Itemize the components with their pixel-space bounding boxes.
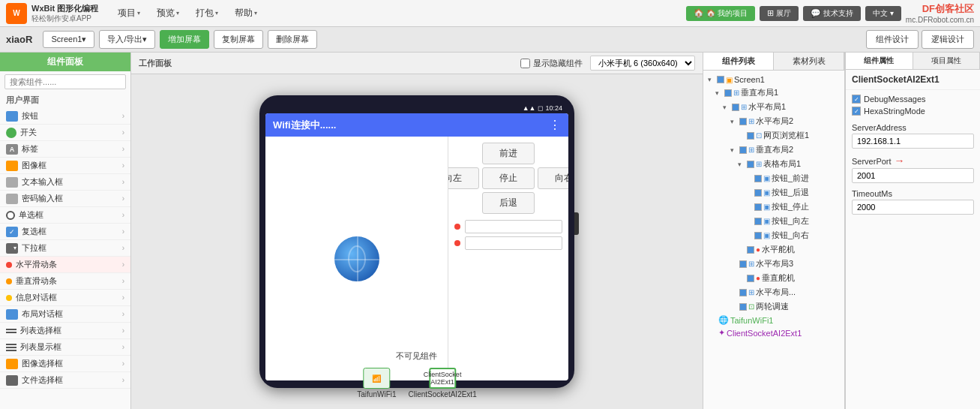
tree-checkbox[interactable]: [724, 89, 732, 97]
list-item[interactable]: ▾ 下拉框 ›: [0, 240, 130, 257]
import-export-button[interactable]: 导入/导出▾: [99, 30, 155, 49]
copy-screen-button[interactable]: 复制屏幕: [214, 30, 263, 49]
my-projects-button[interactable]: 🏠 🏠 我的项目: [686, 6, 755, 21]
tree-checkbox[interactable]: [747, 275, 754, 282]
tree-item[interactable]: ✦ ClientSocketAI2Ext1: [706, 326, 841, 339]
add-screen-button[interactable]: 增加屏幕: [160, 30, 209, 49]
tree-checkbox[interactable]: [739, 303, 747, 311]
tree-item[interactable]: ▾ ⊞ 表格布局1: [706, 157, 841, 171]
list-item[interactable]: 按钮 ›: [0, 108, 130, 125]
gallery-button[interactable]: ⊞ 展厅: [760, 6, 799, 21]
tree-item[interactable]: ▾ ⊞ 水平布局2: [706, 114, 841, 128]
delete-screen-button[interactable]: 删除屏幕: [268, 30, 317, 49]
list-item[interactable]: 信息对话框 ›: [0, 290, 130, 306]
debug-checkbox[interactable]: ✓: [852, 95, 861, 104]
list-item[interactable]: 水平滑动条 ›: [0, 257, 130, 273]
tree-item[interactable]: ▣ 按钮_向左: [706, 214, 841, 228]
socket-client-item[interactable]: ClientSocketAI2Ext1 ClientSocketAI2Ext1: [409, 368, 477, 398]
server-port-input[interactable]: [852, 168, 974, 183]
nav-item-package[interactable]: 打包 ▾: [188, 4, 226, 23]
list-item[interactable]: 图像选择框 ›: [0, 356, 130, 372]
show-hidden-toggle[interactable]: 显示隐藏组件: [520, 58, 583, 69]
tree-item[interactable]: ▣ 按钮_向右: [706, 228, 841, 242]
tree-item[interactable]: ▾ ⊞ 垂直布局1: [706, 86, 841, 100]
tree-checkbox[interactable]: [739, 260, 747, 268]
debug-messages-toggle[interactable]: ✓ DebugMessages: [852, 93, 974, 105]
tree-item[interactable]: ● 水平舵机: [706, 242, 841, 257]
support-button[interactable]: 💬 技术支持: [803, 6, 861, 21]
expand-icon[interactable]: ▾: [723, 104, 730, 111]
timeout-ms-input[interactable]: [852, 200, 974, 215]
stop-button[interactable]: 停止: [482, 167, 535, 189]
nav-item-project[interactable]: 项目 ▾: [110, 4, 148, 23]
nav-item-help[interactable]: 帮助 ▾: [227, 4, 265, 23]
tree-checkbox[interactable]: [754, 189, 762, 197]
tree-checkbox[interactable]: [732, 104, 739, 111]
expand-icon[interactable]: ▾: [738, 161, 745, 168]
list-item[interactable]: 图像框 ›: [0, 158, 130, 174]
tree-checkbox[interactable]: [754, 218, 762, 225]
forward-button[interactable]: 前进: [482, 143, 535, 164]
hexa-string-mode-toggle[interactable]: ✓ HexaStringMode: [852, 105, 974, 117]
tree-checkbox[interactable]: [747, 246, 754, 254]
logic-design-button[interactable]: 逻辑设计: [922, 30, 974, 49]
app-subtitle: 轻松制作安卓APP: [31, 14, 98, 23]
list-item[interactable]: 文本输入框 ›: [0, 174, 130, 191]
tree-item[interactable]: ▾ ▣ Screen1: [706, 74, 841, 86]
list-item[interactable]: 密码输入框 ›: [0, 191, 130, 207]
tree-checkbox[interactable]: [747, 161, 754, 168]
tree-checkbox[interactable]: [754, 232, 762, 239]
component-design-button[interactable]: 组件设计: [866, 30, 919, 49]
phone-model-selector[interactable]: 小米手机 6 (360x640): [590, 56, 695, 71]
list-item[interactable]: 列表选择框 ›: [0, 323, 130, 339]
backward-button[interactable]: 后退: [482, 192, 535, 214]
tree-item[interactable]: ⊡ 两轮调速: [706, 299, 841, 314]
tree-item[interactable]: ▣ 按钮_后退: [706, 185, 841, 200]
selected-component-name: ClientSocketAI2Ext1: [846, 70, 980, 90]
tree-item[interactable]: ▣ 按钮_停止: [706, 200, 841, 214]
list-item[interactable]: 单选框 ›: [0, 207, 130, 224]
screen-selector[interactable]: Screen1▾: [43, 31, 94, 48]
tab-material-list[interactable]: 素材列表: [774, 53, 844, 70]
expand-icon[interactable]: ▾: [730, 118, 738, 125]
tree-item[interactable]: ⊞ 水平布局3: [706, 257, 841, 271]
expand-icon[interactable]: ▾: [730, 146, 738, 154]
tab-project-props[interactable]: 项目属性: [913, 53, 981, 69]
nav-item-preview[interactable]: 预览 ▾: [149, 4, 187, 23]
tree-item[interactable]: ⊡ 网页浏览框1: [706, 128, 841, 143]
list-item[interactable]: 垂直滑动条 ›: [0, 273, 130, 290]
tree-item[interactable]: ● 垂直舵机: [706, 271, 841, 285]
tree-checkbox[interactable]: [739, 118, 747, 125]
tab-component-list[interactable]: 组件列表: [703, 53, 774, 70]
tree-checkbox[interactable]: [717, 76, 724, 83]
expand-icon[interactable]: ▾: [715, 89, 723, 97]
server-address-input[interactable]: [852, 134, 974, 149]
tree-checkbox[interactable]: [747, 132, 754, 140]
tree-item[interactable]: 🌐 TaifunWiFi1: [706, 314, 841, 326]
expand-icon[interactable]: ▾: [708, 76, 715, 83]
tree-item[interactable]: ▣ 按钮_前进: [706, 171, 841, 185]
hexa-checkbox[interactable]: ✓: [852, 107, 861, 116]
list-item[interactable]: 开关 ›: [0, 125, 130, 141]
taifun-wifi-item[interactable]: 📶 TaifunWiFi1: [357, 368, 396, 398]
slider-bar-2[interactable]: [465, 236, 562, 250]
tree-item[interactable]: ⊞ 水平布局...: [706, 285, 841, 299]
language-button[interactable]: 中文 ▾: [865, 6, 901, 21]
tree-checkbox[interactable]: [754, 203, 762, 211]
tab-component-props[interactable]: 组件属性: [846, 53, 913, 69]
tree-checkbox[interactable]: [754, 175, 762, 182]
list-item[interactable]: A 标签 ›: [0, 141, 130, 158]
list-item[interactable]: ✓ 复选框 ›: [0, 224, 130, 240]
list-item[interactable]: 文件选择框 ›: [0, 372, 130, 389]
tree-item[interactable]: ▾ ⊞ 水平布局1: [706, 100, 841, 114]
right-button[interactable]: 向右: [538, 167, 568, 189]
list-item[interactable]: 布局对话框 ›: [0, 306, 130, 323]
list-item[interactable]: 列表显示框 ›: [0, 339, 130, 356]
slider-bar-1[interactable]: [465, 220, 562, 233]
tree-checkbox[interactable]: [739, 289, 747, 296]
show-hidden-checkbox[interactable]: [520, 59, 530, 68]
tree-checkbox[interactable]: [739, 146, 747, 154]
app-name: WxBit 图形化编程 轻松制作安卓APP: [31, 3, 98, 23]
tree-item[interactable]: ▾ ⊞ 垂直布局2: [706, 143, 841, 157]
search-input[interactable]: [4, 74, 126, 89]
